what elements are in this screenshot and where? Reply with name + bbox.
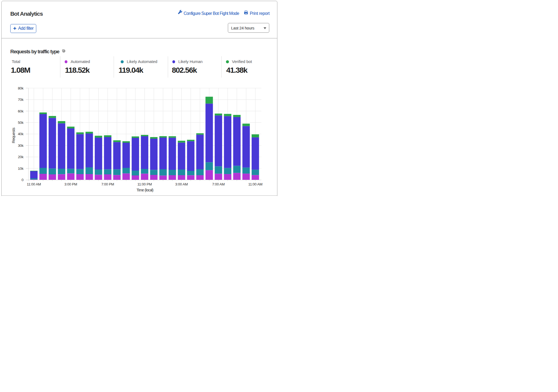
svg-text:20k: 20k xyxy=(18,155,24,159)
svg-text:80k: 80k xyxy=(18,86,24,90)
svg-text:11:00 PM: 11:00 PM xyxy=(137,182,152,186)
svg-text:0: 0 xyxy=(21,178,23,182)
svg-text:30k: 30k xyxy=(18,144,24,148)
svg-text:70k: 70k xyxy=(18,98,24,102)
svg-text:10k: 10k xyxy=(18,167,24,171)
svg-text:7:00 AM: 7:00 AM xyxy=(212,182,225,186)
svg-text:3:00 AM: 3:00 AM xyxy=(175,182,188,186)
svg-text:3:00 PM: 3:00 PM xyxy=(64,182,77,186)
svg-text:11:00 AM: 11:00 AM xyxy=(248,182,262,186)
svg-text:50k: 50k xyxy=(18,121,24,125)
svg-text:Time (local): Time (local) xyxy=(136,188,153,192)
svg-text:7:00 PM: 7:00 PM xyxy=(101,182,114,186)
svg-text:40k: 40k xyxy=(18,132,24,136)
svg-text:11:00 AM: 11:00 AM xyxy=(27,182,41,186)
svg-text:Requests: Requests xyxy=(11,128,16,143)
svg-text:60k: 60k xyxy=(18,109,24,113)
